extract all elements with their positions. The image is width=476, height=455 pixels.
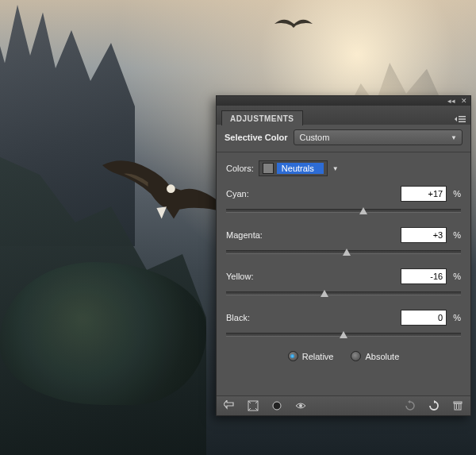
slider-thumb[interactable] [359, 207, 367, 214]
slider-track[interactable] [226, 246, 461, 257]
svg-rect-9 [454, 402, 462, 403]
back-icon[interactable] [223, 399, 236, 412]
clip-to-layer-icon[interactable] [271, 399, 283, 412]
sliders: Cyan:%Magenta:%Yellow:%Black:% [226, 186, 461, 340]
svg-point-0 [167, 184, 175, 193]
slider-thumb[interactable] [340, 331, 347, 338]
radio-dot-icon [351, 351, 361, 361]
panel-body: Colors: Neutrals ▼ Cyan:%Magenta:%Yellow… [217, 152, 470, 395]
panel-tabbar: ADJUSTMENTS [217, 106, 470, 125]
reset-icon[interactable] [428, 399, 440, 412]
colors-row: Colors: Neutrals ▼ [226, 160, 461, 176]
slider-black: Black:% [226, 310, 461, 340]
slider-value-input[interactable] [401, 268, 447, 284]
tab-adjustments[interactable]: ADJUSTMENTS [221, 110, 303, 125]
preset-row: Selective Color Custom ▼ [217, 125, 470, 152]
adjustment-name: Selective Color [225, 133, 287, 142]
slider-track[interactable] [226, 205, 461, 216]
panel-footer [217, 395, 470, 415]
previous-state-icon[interactable] [404, 399, 416, 412]
panel-titlebar[interactable]: ◂◂ ✕ [217, 96, 470, 106]
panel-menu-icon[interactable] [453, 115, 467, 125]
slider-yellow: Yellow:% [226, 268, 461, 299]
slider-magenta: Magenta:% [226, 227, 461, 257]
slider-thumb[interactable] [321, 290, 328, 297]
percent-label: % [453, 313, 461, 322]
preset-value: Custom [299, 133, 329, 142]
colors-dropdown[interactable]: Neutrals [259, 160, 328, 176]
colors-swatch [263, 163, 274, 174]
visibility-icon[interactable] [294, 399, 307, 412]
slider-value-input[interactable] [401, 227, 447, 243]
percent-label: % [453, 189, 461, 199]
percent-label: % [453, 230, 461, 240]
radio-absolute-label: Absolute [365, 352, 399, 361]
adjustments-panel: ◂◂ ✕ ADJUSTMENTS Selective Color Custom … [216, 95, 471, 416]
slider-thumb[interactable] [343, 249, 351, 256]
foliage [0, 262, 206, 405]
radio-relative-label: Relative [302, 352, 334, 361]
slider-track[interactable] [226, 287, 461, 299]
colors-value: Neutrals [277, 163, 324, 174]
slider-cyan: Cyan:% [226, 186, 461, 216]
expand-view-icon[interactable] [247, 399, 259, 412]
chevron-down-icon: ▼ [451, 134, 457, 141]
colors-label: Colors: [226, 164, 254, 173]
svg-rect-1 [459, 116, 466, 118]
trash-icon[interactable] [451, 399, 464, 412]
close-icon[interactable]: ✕ [459, 97, 469, 105]
chevron-down-icon[interactable]: ▼ [332, 165, 339, 172]
mode-row: Relative Absolute [226, 351, 461, 361]
slider-value-input[interactable] [401, 186, 447, 202]
eagle-distant [274, 16, 313, 32]
percent-label: % [453, 272, 461, 281]
slider-label: Magenta: [226, 230, 263, 240]
svg-rect-3 [459, 121, 466, 123]
radio-dot-icon [288, 351, 298, 361]
svg-rect-2 [459, 118, 466, 120]
preset-dropdown[interactable]: Custom ▼ [294, 129, 463, 145]
slider-label: Yellow: [226, 272, 253, 281]
slider-track[interactable] [226, 329, 461, 340]
svg-point-7 [299, 404, 302, 407]
collapse-icon[interactable]: ◂◂ [447, 97, 456, 105]
radio-absolute[interactable]: Absolute [351, 351, 399, 361]
canvas-background: ◂◂ ✕ ADJUSTMENTS Selective Color Custom … [0, 0, 476, 455]
tab-label: ADJUSTMENTS [230, 114, 294, 123]
radio-relative[interactable]: Relative [288, 351, 334, 361]
slider-label: Black: [226, 313, 250, 322]
slider-value-input[interactable] [401, 310, 447, 326]
svg-rect-8 [455, 403, 461, 410]
slider-label: Cyan: [226, 189, 249, 199]
